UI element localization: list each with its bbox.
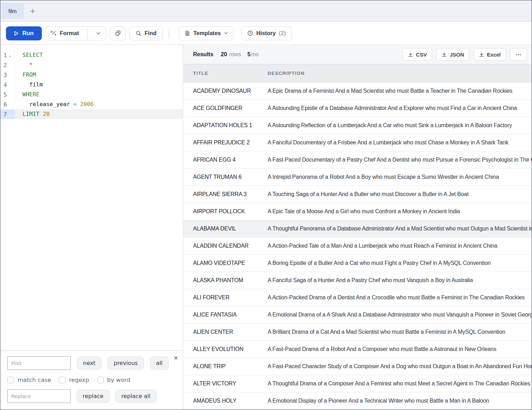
tab-bar: film + (0, 0, 532, 22)
magic-wand-icon (51, 30, 57, 36)
cell-description: A Astounding Epistle of a Database Admin… (268, 105, 532, 111)
cell-title: ADAPTATION HOLES 1 (183, 122, 268, 129)
cell-description: A Thoughtful Drama of a Composer And a F… (268, 380, 532, 387)
cell-title: AIRPORT POLLOCK (183, 208, 268, 215)
table-row[interactable]: ALADDIN CALENDARA Action-Packed Tale of … (183, 237, 532, 255)
download-icon (442, 52, 447, 57)
column-header-title[interactable]: TITLE (183, 71, 268, 76)
table-row[interactable]: ALI FOREVERA Action-Packed Drama of a De… (183, 289, 532, 306)
regexp-checkbox[interactable]: regexp (59, 377, 89, 383)
export-csv-button[interactable]: CSV (403, 48, 432, 61)
cell-description: A Fast-Paced Drama of a Robot And a Comp… (268, 346, 532, 352)
table-row[interactable]: ALLEY EVOLUTIONA Fast-Paced Drama of a R… (183, 341, 532, 358)
cell-description: A Fanciful Documentary of a Frisbee And … (268, 139, 532, 146)
table-row[interactable]: ALTER VICTORYA Thoughtful Drama of a Com… (183, 375, 532, 392)
code-line: SELECT (15, 50, 183, 60)
results-row-count: 20 (221, 51, 227, 58)
cell-title: AMADEUS HOLY (183, 398, 268, 404)
find-all-button[interactable]: all (150, 357, 169, 370)
history-label: History (256, 30, 276, 37)
cell-title: ALIEN CENTER (183, 329, 268, 335)
more-options-button[interactable]: ⋯ (510, 48, 527, 61)
checkbox-label: regexp (69, 377, 89, 383)
play-icon (14, 31, 19, 36)
export-button-label: JSON (450, 52, 464, 58)
templates-label: Templates (193, 30, 221, 37)
cell-title: AIRPLANE SIERRA 3 (183, 191, 268, 197)
cell-description: A Touching Saga of a Hunter And a Butler… (268, 191, 532, 197)
cell-title: ALADDIN CALENDAR (183, 243, 268, 249)
code-line: FROM (15, 70, 183, 80)
main-content: 1⌄234567 SELECT *FROM filmWHERE release_… (0, 45, 532, 410)
cell-description: A Epic Tale of a Moose And a Girl who mu… (268, 208, 532, 215)
format-button[interactable]: Format (45, 27, 84, 40)
tab-film[interactable]: film (1, 3, 24, 19)
format-label: Format (60, 30, 79, 37)
document-icon (185, 30, 190, 36)
match-case-checkbox[interactable]: match case (7, 377, 51, 383)
table-row[interactable]: ADAPTATION HOLES 1A Astounding Reflectio… (183, 117, 532, 134)
table-row[interactable]: ACE GOLDFINGERA Astounding Epistle of a … (183, 100, 532, 117)
column-header-description[interactable]: DESCRIPTION (268, 71, 532, 76)
table-row[interactable]: AFFAIR PREJUDICE 2A Fanciful Documentary… (183, 134, 532, 151)
table-row[interactable]: AIRPORT POLLOCKA Epic Tale of a Moose An… (183, 203, 532, 220)
close-icon[interactable]: ✕ (174, 355, 178, 361)
code-line: LIMIT 20 (15, 109, 183, 119)
table-header-row: TITLE DESCRIPTION (183, 64, 532, 83)
find-button[interactable]: Find (129, 26, 163, 40)
line-number: 4 (0, 80, 14, 90)
templates-button[interactable]: Templates (179, 26, 233, 40)
table-row[interactable]: AFRICAN EGG 4A Fast-Paced Documentary of… (183, 151, 532, 169)
format-dropdown-button[interactable] (91, 27, 106, 40)
editor-gutter: 1⌄234567 (0, 50, 15, 119)
results-table-body: ACADEMY DINOSAURA Epic Drama of a Femini… (183, 83, 532, 410)
cell-description: A Epic Drama of a Feminist And a Mad Sci… (268, 88, 532, 94)
copy-icon (115, 30, 121, 36)
app-window: film + Run Format (0, 0, 532, 410)
copy-query-button[interactable] (110, 26, 126, 40)
by-word-checkbox[interactable]: by word (97, 377, 130, 383)
table-row[interactable]: ALICE FANTASIAA Emotional Drama of a A S… (183, 306, 532, 324)
cell-title: ALONE TRIP (183, 363, 268, 370)
checkbox-box[interactable] (7, 377, 14, 383)
cell-description: A Boring Epistle of a Butler And a Cat w… (268, 260, 532, 266)
table-row[interactable]: AIRPLANE SIERRA 3A Touching Saga of a Hu… (183, 186, 532, 203)
replace-all-button[interactable]: replace all (115, 390, 156, 403)
fold-chevron-icon[interactable]: ⌄ (9, 53, 11, 58)
checkbox-box[interactable] (97, 377, 104, 383)
find-next-button[interactable]: next (77, 357, 101, 370)
query-toolbar: Run Format (0, 22, 532, 45)
table-row[interactable]: ALABAMA DEVILA Thoughtful Panorama of a … (183, 220, 532, 237)
table-row[interactable]: ACADEMY DINOSAURA Epic Drama of a Femini… (183, 83, 532, 100)
cell-title: ACE GOLDFINGER (183, 105, 268, 111)
export-excel-button[interactable]: Excel (474, 48, 506, 61)
table-row[interactable]: ALASKA PHANTOMA Fanciful Saga of a Hunte… (183, 272, 532, 289)
results-duration-unit: ms (251, 51, 258, 58)
cell-description: A Fast-Paced Documentary of a Pastry Che… (268, 157, 532, 163)
table-row[interactable]: AGENT TRUMAN 6A Intrepid Panorama of a R… (183, 169, 532, 186)
checkbox-label: match case (18, 377, 51, 383)
code-line: release_year = 2006 (15, 99, 183, 109)
run-button[interactable]: Run (6, 26, 42, 40)
find-input[interactable] (7, 356, 71, 370)
export-json-button[interactable]: JSON (436, 48, 469, 61)
cell-title: ALI FOREVER (183, 294, 268, 301)
table-row[interactable]: ALAMO VIDEOTAPEA Boring Epistle of a But… (183, 255, 532, 272)
cell-title: ALAMO VIDEOTAPE (183, 260, 268, 266)
cell-description: A Emotional Display of a Pioneer And a T… (268, 398, 532, 404)
new-tab-button[interactable]: + (30, 7, 35, 14)
line-number: 7 (0, 109, 14, 119)
code-editor[interactable]: 1⌄234567 SELECT *FROM filmWHERE release_… (0, 45, 183, 119)
replace-button[interactable]: replace (77, 390, 109, 403)
cell-description: A Action-Packed Drama of a Dentist And a… (268, 294, 532, 301)
checkbox-box[interactable] (59, 377, 65, 383)
table-row[interactable]: ALONE TRIPA Fast-Paced Character Study o… (183, 358, 532, 375)
replace-input[interactable] (7, 389, 71, 403)
export-buttons: CSVJSONExcel⋯ (403, 48, 527, 61)
history-button[interactable]: History (2) (241, 26, 292, 40)
cell-title: AFFAIR PREJUDICE 2 (183, 139, 268, 146)
find-previous-button[interactable]: previous (108, 357, 143, 370)
table-row[interactable]: ALIEN CENTERA Brilliant Drama of a Cat A… (183, 324, 532, 341)
table-row[interactable]: AMADEUS HOLYA Emotional Display of a Pio… (183, 392, 532, 410)
find-replace-panel: ✕ next previous all match caseregexpby w… (0, 351, 183, 410)
